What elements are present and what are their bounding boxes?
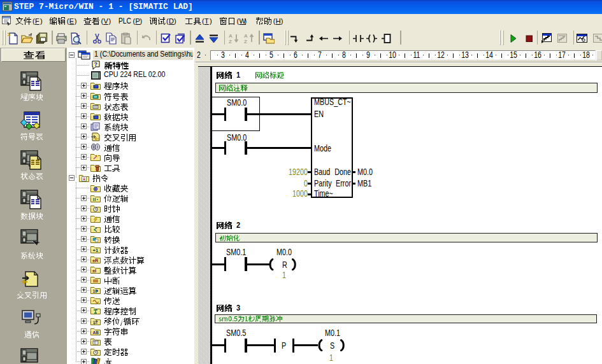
svg-text:AB: AB — [93, 330, 99, 334]
svg-text:A: A — [229, 33, 233, 39]
svg-text:A: A — [244, 33, 248, 39]
svg-text:±I: ±I — [92, 268, 96, 274]
svg-text:Z: Z — [229, 39, 232, 45]
svg-text:±R: ±R — [92, 258, 99, 263]
svg-text:?: ? — [94, 61, 98, 67]
svg-text:Z: Z — [244, 39, 247, 45]
svg-text:+1: +1 — [93, 248, 99, 253]
